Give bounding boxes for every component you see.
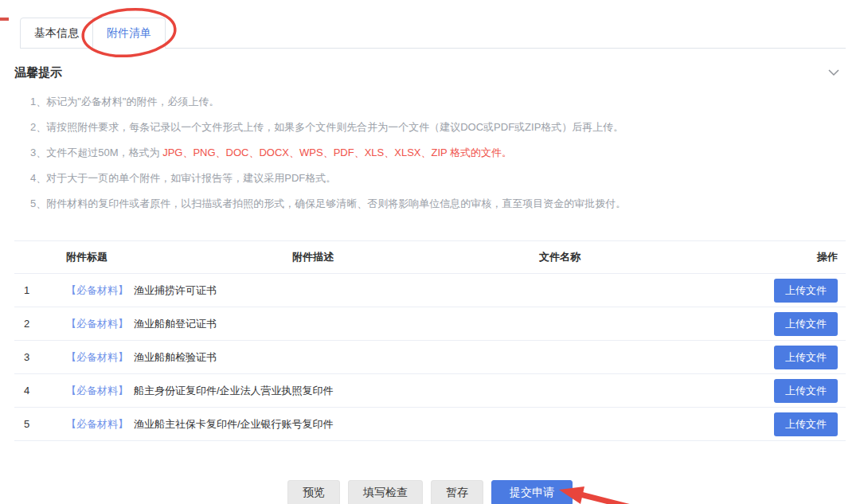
attachment-desc-cell xyxy=(249,274,377,307)
preview-button[interactable]: 预览 xyxy=(287,480,340,504)
header-file-name: 文件名称 xyxy=(377,241,743,274)
upload-file-button[interactable]: 上传文件 xyxy=(774,412,838,436)
tip-item: 5、附件材料的复印件或者原件，以扫描或者拍照的形式，确保足够清晰、否则将影响单位… xyxy=(30,191,860,217)
footer-actions: 预览 填写检查 暂存 提交申请 xyxy=(0,480,860,504)
tips-list: 1、标记为"必备材料"的附件，必须上传。 2、请按照附件要求，每条记录以一个文件… xyxy=(30,89,860,217)
row-index: 2 xyxy=(14,307,50,341)
chevron-down-icon[interactable] xyxy=(825,62,842,83)
header-action: 操作 xyxy=(743,241,846,274)
header-attachment-title: 附件标题 xyxy=(50,241,249,274)
attachment-title: 渔业捕捞许可证书 xyxy=(134,284,217,296)
table-header-row: 附件标题 附件描述 文件名称 操作 xyxy=(14,241,846,274)
table-row: 1 【必备材料】渔业捕捞许可证书 上传文件 xyxy=(14,274,846,307)
tip-text: 2、请按照附件要求，每条记录以一个文件形式上传，如果多个文件则先合并为一个文件（… xyxy=(30,121,624,133)
attachment-title: 渔业船舶检验证书 xyxy=(134,351,217,363)
tip-text: 5、附件材料的复印件或者原件，以扫描或者拍照的形式，确保足够清晰、否则将影响单位… xyxy=(30,197,626,209)
table-row: 3 【必备材料】渔业船舶检验证书 上传文件 xyxy=(14,341,846,374)
upload-file-button[interactable]: 上传文件 xyxy=(774,346,838,369)
attachment-desc-cell xyxy=(249,341,377,374)
upload-file-button[interactable]: 上传文件 xyxy=(774,312,838,336)
row-index: 3 xyxy=(14,341,50,374)
attachment-table: 附件标题 附件描述 文件名称 操作 1 【必备材料】渔业捕捞许可证书 上传文件 … xyxy=(14,240,846,441)
tip-item: 1、标记为"必备材料"的附件，必须上传。 xyxy=(30,89,860,115)
row-index: 1 xyxy=(14,274,50,307)
file-name-cell xyxy=(377,408,743,441)
upload-file-button[interactable]: 上传文件 xyxy=(774,279,838,303)
submit-application-button[interactable]: 提交申请 xyxy=(491,480,573,504)
tips-header: 温馨提示 xyxy=(14,62,842,83)
page-container: 基本信息 附件清单 温馨提示 1、标记为"必备材料"的附件，必须上传。 2、请按… xyxy=(0,18,860,504)
attachment-title: 渔业船主社保卡复印件/企业银行账号复印件 xyxy=(134,418,334,430)
attachment-desc-cell xyxy=(249,307,377,341)
tip-item: 3、文件不超过50M，格式为 JPG、PNG、DOC、DOCX、WPS、PDF、… xyxy=(30,140,860,166)
tab-basic-info[interactable]: 基本信息 xyxy=(20,18,93,49)
table-row: 4 【必备材料】船主身份证复印件/企业法人营业执照复印件 上传文件 xyxy=(14,374,846,408)
header-attachment-desc: 附件描述 xyxy=(249,241,377,274)
tab-bar: 基本信息 附件清单 xyxy=(20,18,846,49)
tip-item: 2、请按照附件要求，每条记录以一个文件形式上传，如果多个文件则先合并为一个文件（… xyxy=(30,115,860,140)
row-index: 5 xyxy=(14,408,50,441)
corner-red-mark xyxy=(0,18,9,21)
temp-save-button[interactable]: 暂存 xyxy=(431,480,483,504)
table-row: 2 【必备材料】渔业船舶登记证书 上传文件 xyxy=(14,307,846,341)
tip-text-highlight: JPG、PNG、DOC、DOCX、WPS、PDF、XLS、XLSX、ZIP 格式… xyxy=(162,147,512,158)
row-index: 4 xyxy=(14,374,50,408)
file-name-cell xyxy=(377,374,743,408)
required-tag: 【必备材料】 xyxy=(66,385,128,397)
tip-text: 4、对于大于一页的单个附件，如审计报告等，建议采用PDF格式。 xyxy=(30,172,336,184)
header-index xyxy=(14,241,50,274)
required-tag: 【必备材料】 xyxy=(66,418,128,430)
file-name-cell xyxy=(377,341,743,374)
required-tag: 【必备材料】 xyxy=(66,284,128,296)
fill-check-button[interactable]: 填写检查 xyxy=(348,480,423,504)
tip-text: 3、文件不超过50M，格式为 xyxy=(30,147,162,158)
tips-title: 温馨提示 xyxy=(14,65,62,80)
tab-attachment-list[interactable]: 附件清单 xyxy=(92,18,166,49)
attachment-title: 渔业船舶登记证书 xyxy=(134,318,217,330)
required-tag: 【必备材料】 xyxy=(66,318,128,330)
tip-text: 1、标记为"必备材料"的附件，必须上传。 xyxy=(30,96,219,107)
upload-file-button[interactable]: 上传文件 xyxy=(774,379,838,403)
tip-item: 4、对于大于一页的单个附件，如审计报告等，建议采用PDF格式。 xyxy=(30,166,860,191)
table-row: 5 【必备材料】渔业船主社保卡复印件/企业银行账号复印件 上传文件 xyxy=(14,408,846,441)
file-name-cell xyxy=(377,307,743,341)
attachment-title: 船主身份证复印件/企业法人营业执照复印件 xyxy=(134,385,334,397)
file-name-cell xyxy=(377,274,743,307)
required-tag: 【必备材料】 xyxy=(66,351,128,363)
